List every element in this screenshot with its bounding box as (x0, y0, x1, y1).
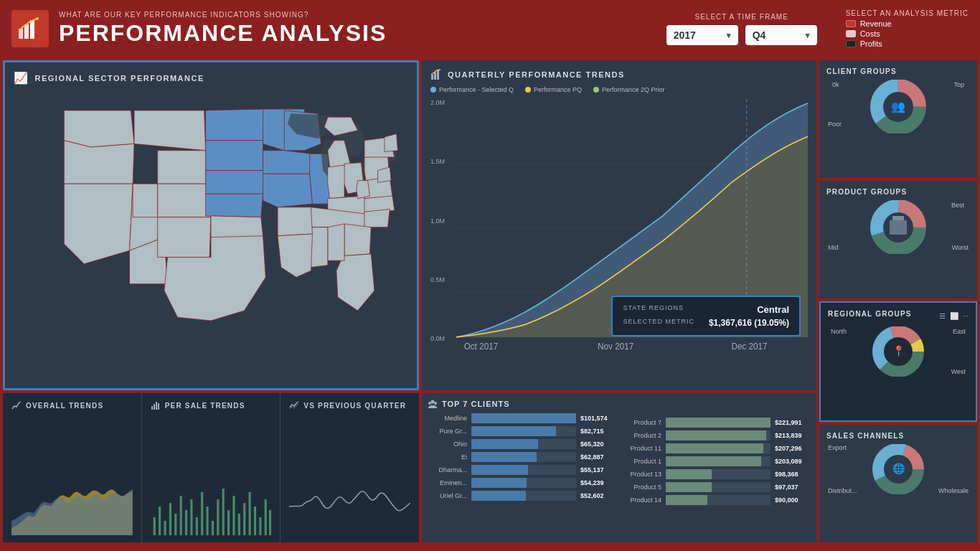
per-sale-chart (151, 415, 272, 535)
svg-rect-37 (158, 403, 159, 410)
regional-panel-title: 📈 REGIONAL SECTOR PERFORMANCE (14, 71, 408, 85)
product-value-1: $213,839 (775, 432, 811, 439)
client-name-3: Ei (428, 453, 467, 461)
clients-bar-list: Medline $101,574 Pure Gr... $82,715 Ohio (428, 413, 616, 501)
client-name-1: Pure Gr... (428, 428, 467, 435)
product-row-5: Product 5 $97,037 (622, 482, 811, 492)
client-row-4: Dharma... $55,137 (428, 465, 616, 475)
map-container[interactable] (14, 90, 408, 377)
overall-trends-section: OVERALL TRENDS (3, 393, 142, 542)
vs-previous-chart (289, 415, 410, 535)
legend-pq: Performance PQ (525, 86, 582, 93)
regional-groups-actions: ☰ ⬜ ··· (939, 312, 969, 320)
quarterly-trends-panel: QUARTERLY PERFORMANCE TRENDS Performance… (422, 60, 816, 390)
client-value-4: $55,137 (580, 466, 616, 474)
top-clients-header: TOP 7 CLIENTS (428, 399, 616, 409)
client-row-2: Ohio $65,320 (428, 439, 616, 449)
client-name-5: Eminen... (428, 479, 467, 486)
svg-rect-23 (890, 220, 907, 235)
product-name-6: Product 14 (622, 496, 661, 504)
client-groups-chart: 👥 Top Poor 0k (826, 80, 970, 133)
product-bar-6 (666, 495, 771, 505)
client-value-3: $62,887 (580, 453, 616, 461)
legend-costs[interactable]: Costs (846, 29, 892, 38)
client-name-2: Ohio (428, 441, 467, 448)
client-value-2: $65,320 (580, 441, 616, 448)
products-bar-list: Product 7 $221,991 Product 2 $213,839 Pr… (622, 418, 811, 505)
product-name-3: Product 1 (622, 458, 661, 465)
product-row-6: Product 14 $90,000 (622, 495, 811, 505)
client-name-0: Medline (428, 415, 467, 422)
client-fill-1 (471, 426, 556, 436)
regional-east-label: East (953, 328, 966, 335)
hamburger-icon[interactable]: ☰ (939, 312, 946, 320)
year-dropdown[interactable]: 2017 2016 2015 (666, 25, 738, 45)
tooltip-metric-label: SELECTED METRIC (623, 318, 694, 328)
product-fill-1 (666, 430, 766, 441)
legend-revenue[interactable]: Revenue (846, 19, 892, 28)
product-bar-3 (666, 456, 771, 466)
year-dropdown-wrap[interactable]: 2017 2016 2015 ▼ (666, 25, 738, 45)
quarterly-legend: Performance - Selected Q Performance PQ … (430, 86, 808, 93)
svg-rect-6 (437, 70, 439, 80)
svg-text:👥: 👥 (891, 100, 905, 113)
svg-rect-34 (151, 406, 153, 410)
tooltip-state-row: STATE REGIONS Central (623, 304, 789, 315)
quarterly-title: QUARTERLY PERFORMANCE TRENDS (430, 69, 808, 80)
metric-legend: SELECT AN ANALYSIS METRIC Revenue Costs … (846, 9, 969, 48)
header-title-block: WHAT ARE OUR KEY PERFORMANCE INDICATORS … (59, 11, 666, 47)
client-groups-panel: CLIENT GROUPS 👥 Top Poor 0k (819, 60, 977, 178)
regional-west-label: West (951, 368, 966, 375)
top-clients-title: TOP 7 CLIENTS (442, 400, 510, 408)
svg-point-63 (434, 402, 437, 405)
top-products-section: Product 7 $221,991 Product 2 $213,839 Pr… (622, 399, 811, 537)
product-name-5: Product 5 (622, 484, 661, 491)
svg-text:Oct 2017: Oct 2017 (464, 342, 499, 352)
svg-rect-5 (434, 72, 436, 80)
product-groups-panel: PRODUCT GROUPS Best Mid Worst (819, 181, 977, 298)
client-bar-4 (471, 465, 576, 475)
sales-wholesale-label: Wholesale (938, 487, 969, 494)
sales-distribut-label: Distribut... (828, 487, 857, 494)
regional-donut-svg: 📍 (870, 326, 927, 377)
y-axis: 2.0M 1.5M 1.0M 0.5M 0.0M (430, 99, 456, 358)
vs-previous-icon (289, 400, 299, 410)
more-icon[interactable]: ··· (963, 312, 969, 320)
main-grid: 📈 REGIONAL SECTOR PERFORMANCE (0, 57, 980, 551)
revenue-color-box (846, 20, 856, 27)
client-name-4: Dharma... (428, 466, 467, 474)
client-0k-label: 0k (832, 81, 839, 88)
product-fill-0 (666, 418, 771, 428)
product-fill-2 (666, 443, 763, 453)
us-map-svg (14, 90, 408, 377)
client-fill-0 (471, 413, 576, 423)
client-donut-svg: 👥 (870, 80, 927, 133)
header-logo (11, 10, 49, 47)
client-value-6: $52,602 (580, 492, 616, 499)
expand-icon[interactable]: ⬜ (950, 312, 958, 320)
per-sale-svg (151, 478, 272, 535)
svg-rect-2 (30, 20, 34, 39)
svg-point-61 (431, 400, 435, 404)
overall-trends-title: OVERALL TRENDS (11, 400, 133, 410)
clients-icon (428, 399, 438, 409)
svg-text:🌐: 🌐 (892, 463, 905, 475)
regional-groups-header: REGIONAL GROUPS ☰ ⬜ ··· (828, 310, 969, 322)
regional-groups-chart: 📍 East West North (828, 326, 969, 377)
sales-channels-chart: 🌐 Export Distribut... Wholesale (826, 444, 970, 494)
product-row-1: Product 2 $213,839 (622, 430, 811, 441)
legend-profits[interactable]: Profits (846, 39, 892, 48)
client-bar-1 (471, 426, 576, 436)
quarter-dropdown-wrap[interactable]: Q4 Q3 Q2 Q1 ▼ (745, 25, 817, 45)
header-title: PERFORMANCE ANALYSIS (59, 20, 666, 47)
client-row-5: Eminen... $54,239 (428, 478, 616, 488)
client-fill-5 (471, 478, 527, 488)
client-bar-2 (471, 439, 576, 449)
quarter-dropdown[interactable]: Q4 Q3 Q2 Q1 (745, 25, 817, 45)
svg-point-62 (428, 402, 431, 405)
time-frame-label: SELECT A TIME FRAME (694, 13, 788, 21)
client-row-3: Ei $62,887 (428, 452, 616, 462)
product-worst-label: Worst (952, 244, 969, 251)
product-fill-5 (666, 482, 712, 492)
top-products-spacer (622, 399, 811, 413)
